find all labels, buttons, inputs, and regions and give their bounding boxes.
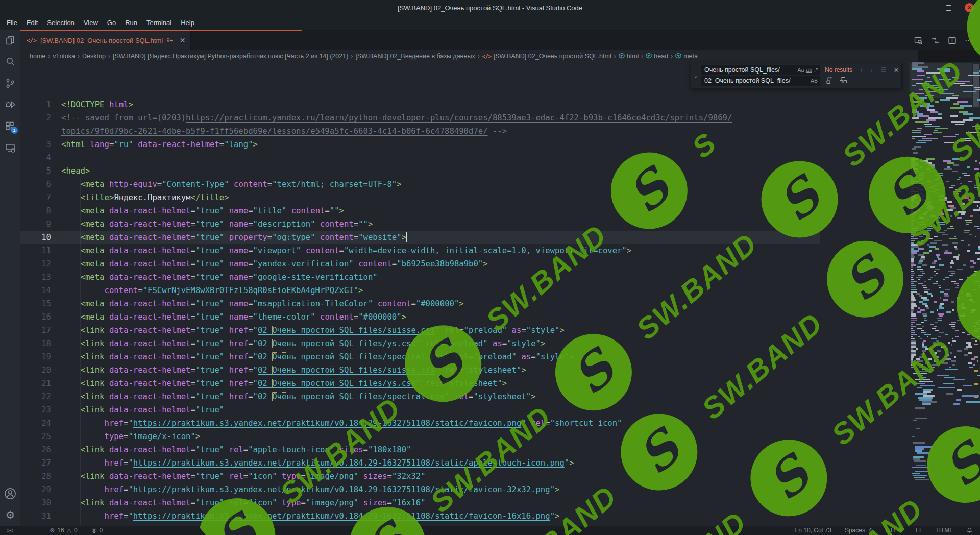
- line-number: 30: [20, 496, 61, 509]
- open-preview-icon[interactable]: [914, 36, 923, 45]
- breadcrumb-separator: ›: [78, 53, 80, 60]
- problems-indicator[interactable]: ⊗ 16 △ 0: [50, 527, 77, 534]
- tab-close-icon[interactable]: ✕: [180, 36, 186, 44]
- menu-item-selection[interactable]: Selection: [42, 17, 79, 29]
- maximize-icon[interactable]: [946, 5, 951, 11]
- match-case-icon[interactable]: Aa: [797, 67, 804, 73]
- account-icon[interactable]: [0, 483, 20, 504]
- warnings-icon: △: [67, 527, 71, 534]
- line-number: 2: [20, 111, 61, 125]
- close-find-icon[interactable]: ✕: [894, 66, 899, 74]
- code-file-icon: </>: [482, 54, 492, 59]
- extensions-icon[interactable]: 1: [0, 115, 20, 137]
- breadcrumb-separator: ›: [48, 53, 50, 60]
- overview-ruler-mark: [974, 330, 978, 332]
- breadcrumb-item[interactable]: Desktop: [82, 53, 106, 60]
- indentation-indicator[interactable]: Spaces: 4: [845, 527, 872, 534]
- run-debug-icon[interactable]: [0, 94, 20, 115]
- code-line: 3<html lang="ru" data-react-helmet="lang…: [20, 138, 820, 151]
- source-control-icon[interactable]: [0, 72, 20, 94]
- status-bar: >< ⊗ 16 △ 0 0 Ln 10, Col 73 Spaces: 4 UT…: [0, 526, 980, 535]
- replace-all-icon[interactable]: [839, 76, 847, 86]
- replace-input[interactable]: 02_Очень простой SQL_files/ AB: [701, 76, 820, 86]
- breadcrumb: home›v1ntoka›Desktop›[SW.BAND] [Яндекс.П…: [20, 50, 918, 62]
- line-number: 9: [20, 217, 61, 231]
- preserve-case-icon[interactable]: AB: [811, 78, 818, 84]
- settings-gear-icon[interactable]: ⚙: [0, 504, 20, 526]
- menu-item-view[interactable]: View: [79, 17, 103, 29]
- line-number: 21: [20, 377, 61, 390]
- breadcrumb-label: [SW.BAND] [Яндекс.Практикум] Python-разр…: [113, 53, 348, 60]
- menu-item-edit[interactable]: Edit: [22, 17, 42, 29]
- remote-window-icon[interactable]: [0, 137, 20, 158]
- code-line: 27 href="https://praktikum.s3.yandex.net…: [20, 456, 820, 470]
- symbol-cube-icon: [646, 53, 652, 60]
- breadcrumb-item[interactable]: home: [30, 53, 45, 60]
- line-number: 7: [20, 191, 61, 204]
- find-result-count: No results: [825, 66, 852, 74]
- errors-count: 16: [57, 527, 64, 534]
- explorer-icon[interactable]: [0, 30, 20, 51]
- code-line: 24 href="https://praktikum.s3.yandex.net…: [20, 417, 820, 430]
- previous-match-icon[interactable]: ↑: [860, 66, 863, 74]
- minimize-icon[interactable]: ─: [927, 5, 933, 10]
- tab-active-file[interactable]: </> [SW.BAND] 02_Очень простой SQL.html …: [20, 31, 191, 50]
- code-line: 30 <link data-react-helmet="true" rel="i…: [20, 496, 820, 509]
- find-replace-widget: ⌄ Очень простой SQL_files/ Aa ab .* No r…: [691, 63, 902, 88]
- code-line: 5<head>: [20, 164, 820, 178]
- line-number: 15: [20, 297, 61, 310]
- toggle-replace-chevron-icon[interactable]: ⌄: [691, 63, 700, 88]
- menu-item-help[interactable]: Help: [176, 17, 199, 29]
- language-mode-indicator[interactable]: HTML: [936, 527, 953, 534]
- breadcrumb-item[interactable]: [SW.BAND] 02_Введение в базы данных: [355, 53, 475, 60]
- search-icon[interactable]: [0, 51, 20, 72]
- next-match-icon[interactable]: ↓: [870, 66, 874, 74]
- ports-indicator[interactable]: 0: [91, 527, 103, 534]
- overview-ruler-mark: [974, 357, 978, 358]
- breadcrumb-item[interactable]: html: [619, 53, 639, 60]
- code-line: 14 content="FSCwrNjvEM8wXBr0TFzl58qR0sEi…: [20, 284, 820, 297]
- activity-bar: 1 ⚙: [0, 30, 20, 526]
- compare-changes-icon[interactable]: [931, 36, 940, 45]
- remote-indicator[interactable]: ><: [7, 527, 12, 534]
- breadcrumb-item[interactable]: v1ntoka: [53, 53, 75, 60]
- line-number: 6: [20, 178, 61, 191]
- errors-icon: ⊗: [50, 527, 55, 534]
- breadcrumb-item[interactable]: meta: [675, 53, 698, 60]
- split-editor-icon[interactable]: [948, 36, 957, 45]
- menu-item-go[interactable]: Go: [103, 17, 120, 29]
- scrollbar-slider[interactable]: [973, 64, 979, 107]
- editor-pane[interactable]: 1<!DOCTYPE html>2<!-- saved from url=(02…: [20, 62, 980, 526]
- encoding-indicator[interactable]: UTF-8: [885, 527, 902, 534]
- regex-icon[interactable]: .*: [814, 67, 818, 73]
- menu-item-run[interactable]: Run: [120, 17, 142, 29]
- breadcrumb-label: html: [627, 53, 639, 60]
- close-icon[interactable]: ✕: [965, 3, 974, 12]
- minimap-slider[interactable]: [910, 63, 972, 98]
- line-number: 11: [20, 244, 61, 257]
- notifications-bell-icon[interactable]: [966, 527, 973, 534]
- line-number: 24: [20, 417, 61, 430]
- menu-item-terminal[interactable]: Terminal: [142, 17, 176, 29]
- code-line: 31 href="https://praktikum.s3.yandex.net…: [20, 509, 820, 523]
- window-controls: ─ ✕: [927, 0, 974, 15]
- code-line: 15 <meta data-react-helmet="true" name="…: [20, 297, 820, 310]
- find-input[interactable]: Очень простой SQL_files/ Aa ab .*: [701, 65, 820, 75]
- vertical-scrollbar[interactable]: [973, 62, 980, 526]
- more-actions-icon[interactable]: ⋯: [965, 36, 973, 45]
- breadcrumb-item[interactable]: [SW.BAND] [Яндекс.Практикум] Python-разр…: [113, 53, 348, 60]
- line-number: 18: [20, 337, 61, 350]
- tab-bar: </> [SW.BAND] 02_Очень простой SQL.html …: [20, 31, 980, 50]
- breadcrumb-item[interactable]: </>[SW.BAND] 02_Очень простой SQL.html: [482, 53, 611, 60]
- eol-indicator[interactable]: LF: [916, 527, 923, 534]
- replace-one-icon[interactable]: [826, 76, 834, 86]
- breadcrumb-item[interactable]: head: [646, 53, 668, 60]
- breadcrumb-separator: ›: [108, 53, 110, 60]
- menu-item-file[interactable]: File: [2, 17, 22, 29]
- whole-word-icon[interactable]: ab: [806, 67, 812, 73]
- breadcrumb-separator: ›: [351, 53, 353, 60]
- minimap[interactable]: [910, 62, 972, 526]
- line-col-indicator[interactable]: Ln 10, Col 73: [795, 527, 831, 534]
- find-in-selection-icon[interactable]: ☰: [880, 66, 887, 74]
- overview-ruler-mark: [974, 383, 978, 385]
